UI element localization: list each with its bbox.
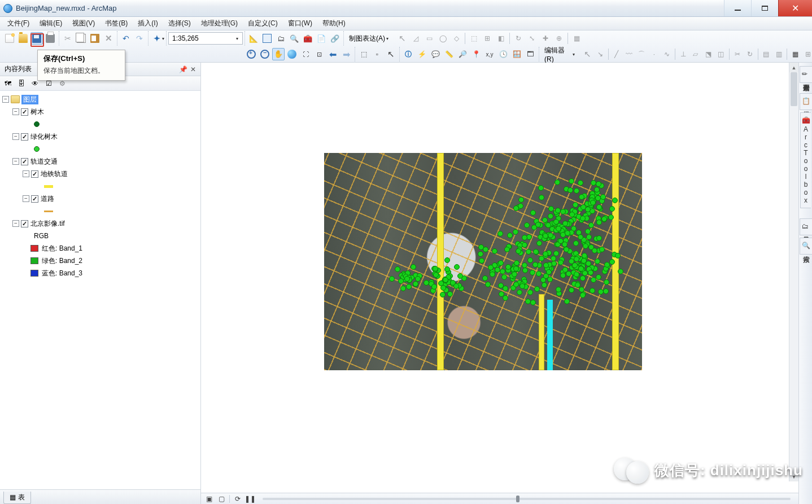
next-extent-button[interactable]: ➡ (340, 48, 352, 60)
edit-tool-11[interactable]: ◫ (715, 48, 726, 60)
edit-tool-1[interactable]: ↖ (582, 48, 593, 60)
find-route-button[interactable]: 📍 (470, 48, 482, 60)
representation-dropdown[interactable]: 制图表达(A)▾ (346, 32, 395, 45)
checkbox[interactable] (21, 158, 28, 165)
draw-slider[interactable] (263, 498, 791, 500)
tab-create-features[interactable]: ✏创建要素 (800, 66, 812, 83)
delete-button[interactable]: ✕ (102, 32, 115, 45)
tab-arctoolbox[interactable]: 🧰ArcToolbox (800, 112, 811, 208)
toc-layer-road[interactable]: − 道路 (1, 192, 199, 205)
goto-xy-button[interactable]: x,y (483, 48, 496, 60)
close-button[interactable]: ✕ (778, 0, 812, 16)
save-button[interactable] (30, 32, 43, 45)
edit-tool-8[interactable]: ⊥ (678, 48, 689, 60)
rep-tool-5[interactable]: ◇ (450, 32, 462, 45)
viewer-window-button[interactable]: 🗔 (524, 48, 536, 60)
toc-tree[interactable]: − 图层 − 树木 − 绿化树木 − (0, 91, 200, 489)
data-view-button[interactable]: ▣ (204, 494, 213, 503)
tab-catalog[interactable]: 🗂目录 (800, 218, 812, 235)
pause-button[interactable]: ❚❚ (246, 494, 255, 503)
measure-button[interactable]: 📏 (443, 48, 455, 60)
rep-tool-3[interactable]: ▭ (423, 32, 435, 45)
menu-view[interactable]: 视图(V) (67, 17, 100, 30)
minimize-button[interactable] (724, 0, 751, 16)
prev-extent-button[interactable]: ⬅ (326, 48, 339, 60)
checkbox[interactable] (31, 170, 38, 178)
edit-tool-3[interactable]: ╱ (611, 48, 622, 60)
fixed-zoom-in[interactable]: ⛶ (299, 48, 312, 60)
tab-search[interactable]: 🔍搜索 (800, 238, 812, 255)
rep-tool-10[interactable]: ⤡ (526, 32, 538, 45)
redo-button[interactable]: ↷ (133, 32, 146, 45)
menu-insert[interactable]: 插入(I) (133, 17, 163, 30)
toc-layer-transport[interactable]: − 轨道交通 (1, 155, 199, 168)
refresh-button[interactable]: ⟳ (233, 494, 242, 503)
select-features-button[interactable]: ⬚ (357, 48, 370, 60)
edit-tool-6[interactable]: · (648, 48, 660, 60)
paste-button[interactable] (89, 32, 101, 45)
full-extent-button[interactable] (286, 48, 298, 60)
tab-results[interactable]: 📋结果 (800, 93, 812, 110)
zoom-out-button[interactable] (259, 48, 271, 60)
cut-button[interactable]: ✂ (62, 32, 74, 45)
editor-toolbar-icon[interactable]: 📐 (247, 32, 260, 45)
menu-window[interactable]: 窗口(W) (283, 17, 317, 30)
rep-tool-11[interactable]: ✚ (539, 32, 552, 45)
print-button[interactable] (44, 32, 56, 45)
edit-tool-10[interactable]: ⬔ (702, 48, 714, 60)
edit-tool-15[interactable]: ▥ (773, 48, 784, 60)
toc-pin-icon[interactable]: 📌 (178, 65, 188, 73)
table-tab[interactable]: ▦表 (3, 492, 31, 504)
table-window-icon[interactable] (261, 32, 273, 45)
catalog-window-icon[interactable]: 🗂 (274, 32, 287, 45)
new-doc-button[interactable] (3, 32, 16, 45)
toc-list-by-drawing[interactable]: 🗺 (2, 78, 14, 89)
checkbox[interactable] (21, 220, 28, 227)
menu-help[interactable]: 帮助(H) (317, 17, 351, 30)
layout-view-button[interactable]: ▢ (217, 494, 226, 503)
toc-root[interactable]: − 图层 (1, 93, 199, 106)
rep-tool-6[interactable]: ⬚ (468, 32, 480, 45)
toc-layer-subway[interactable]: − 地铁轨道 (1, 168, 199, 180)
toc-list-by-source[interactable]: 🗄 (16, 78, 27, 89)
select-elements-button[interactable]: ↖ (385, 48, 397, 60)
time-slider-button[interactable]: 🕓 (497, 48, 509, 60)
open-button[interactable] (17, 32, 29, 45)
add-data-button[interactable]: ✦ (151, 32, 163, 45)
edit-tool-7[interactable]: ∿ (661, 48, 673, 60)
checkbox[interactable] (21, 133, 28, 141)
edit-tool-14[interactable]: ▤ (761, 48, 772, 60)
undo-button[interactable]: ↶ (120, 32, 132, 45)
rep-tool-4[interactable]: ◯ (436, 32, 449, 45)
html-popup-button[interactable]: 💬 (429, 48, 442, 60)
rep-tool-2[interactable]: ◿ (409, 32, 422, 45)
edit-tool-5[interactable]: ⌒ (636, 48, 647, 60)
scale-combo[interactable]: 1:35,265 ▾ (168, 32, 243, 45)
rep-tool-9[interactable]: ↻ (512, 32, 525, 45)
edit-tool-12[interactable]: ✂ (731, 48, 743, 60)
edit-tool-9[interactable]: ▱ (690, 48, 701, 60)
hyperlink-button[interactable]: ⚡ (416, 48, 428, 60)
vertical-scrollbar[interactable]: ▲ ▼ (789, 63, 798, 481)
toc-layer-imagery[interactable]: − 北京影像.tif (1, 217, 199, 230)
toc-layer-trees[interactable]: − 树木 (1, 106, 199, 118)
map-canvas[interactable]: ▲ ▼ (201, 63, 798, 493)
identify-button[interactable]: ⓘ (402, 48, 414, 60)
python-window-icon[interactable]: 📄 (315, 32, 328, 45)
edit-tool-16[interactable]: ▦ (789, 48, 801, 60)
fixed-zoom-out[interactable]: ⊡ (313, 48, 325, 60)
create-viewer-button[interactable]: 🪟 (510, 48, 523, 60)
menu-file[interactable]: 文件(F) (2, 17, 34, 30)
checkbox[interactable] (21, 108, 28, 116)
model-builder-icon[interactable]: 🔗 (329, 32, 341, 45)
rep-tool-12[interactable]: ⊕ (553, 32, 565, 45)
menu-selection[interactable]: 选择(S) (163, 17, 196, 30)
toc-close-icon[interactable]: ✕ (188, 65, 198, 73)
edit-tool-4[interactable]: 〰 (623, 48, 635, 60)
checkbox[interactable] (31, 195, 38, 203)
editor-dropdown[interactable]: 编辑器(R)▾ (541, 48, 581, 60)
arctoolbox-window-icon[interactable]: 🧰 (302, 32, 314, 45)
edit-tool-17[interactable]: ⊞ (802, 48, 812, 60)
menu-customize[interactable]: 自定义(C) (243, 17, 283, 30)
rep-tool-8[interactable]: ◧ (495, 32, 507, 45)
